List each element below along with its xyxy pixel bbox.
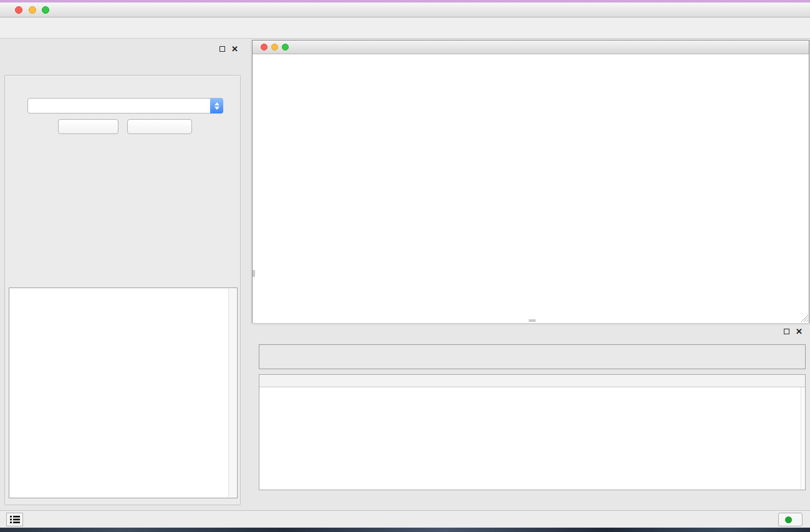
task-history-button[interactable]: [6, 513, 23, 526]
memory-status-icon: [785, 516, 792, 523]
bottom-scroll-tick: [529, 319, 536, 322]
desktop-wallpaper-strip: [0, 528, 810, 532]
status-bar: [0, 510, 810, 528]
table-header-row: [259, 375, 805, 387]
network-close-button[interactable]: [261, 44, 268, 51]
criterion-dropdown[interactable]: [27, 98, 223, 114]
mcds-result-list[interactable]: [10, 290, 228, 497]
node-table[interactable]: [259, 374, 806, 490]
float-panel-icon[interactable]: [219, 46, 225, 52]
network-maximize-button[interactable]: [282, 44, 289, 51]
mcds-result-box: [9, 288, 238, 498]
resize-grip[interactable]: [799, 313, 808, 322]
main-toolbar: [0, 17, 810, 39]
result-scrollbar[interactable]: [228, 289, 236, 497]
app-title-bar: [0, 2, 810, 17]
left-scroll-tick: [253, 270, 255, 277]
network-graph-canvas[interactable]: [253, 55, 809, 323]
table-float-panel-icon[interactable]: [784, 329, 789, 334]
mcds-tab-content: [4, 75, 241, 505]
table-panel: ✕: [252, 324, 810, 510]
network-window: [252, 40, 809, 323]
network-minimize-button[interactable]: [271, 44, 278, 51]
table-close-panel-icon[interactable]: ✕: [796, 329, 803, 334]
run-mcds-button[interactable]: [58, 119, 118, 134]
list-icon: [10, 515, 20, 524]
control-panel: ✕: [2, 41, 243, 509]
minimize-window-button[interactable]: [29, 6, 36, 14]
maximize-window-button[interactable]: [42, 6, 49, 14]
close-window-button[interactable]: [15, 6, 22, 14]
table-toolbar: [259, 344, 806, 369]
dropdown-stepper-icon: [210, 98, 223, 114]
table-scrollbar[interactable]: [801, 387, 805, 490]
close-panel-icon[interactable]: ✕: [231, 46, 238, 52]
network-window-title-bar[interactable]: [253, 41, 809, 54]
memory-button[interactable]: [778, 513, 803, 526]
close-panel-button[interactable]: [127, 119, 192, 134]
